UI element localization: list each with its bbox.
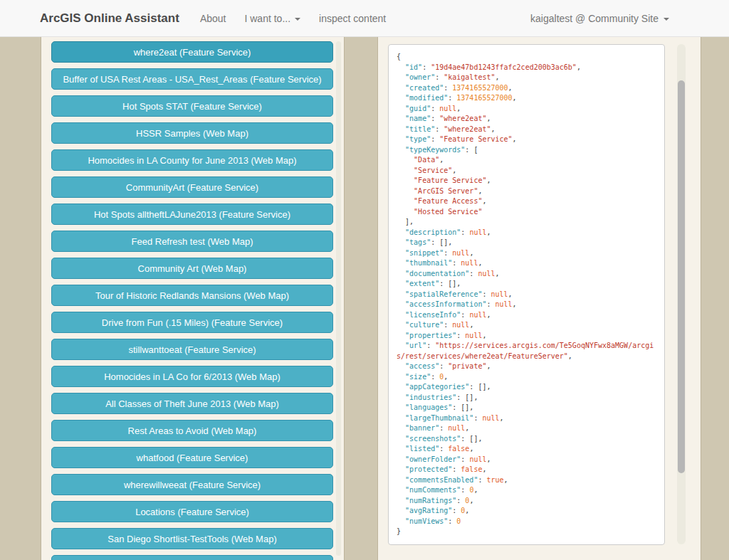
list-item[interactable]: wherewillweeat (Feature Service): [51, 474, 333, 495]
list-item[interactable]: Feed Refresh test (Web Map): [51, 231, 333, 252]
nav-link-label: I want to...: [244, 13, 290, 24]
list-item[interactable]: Hot Spots alltheftLAJune2013 (Feature Se…: [51, 204, 333, 225]
list-item[interactable]: Homocides in LA Co for 6/2013 (Web Map): [51, 366, 333, 387]
nav-i-want-to[interactable]: I want to...: [235, 13, 310, 24]
scrollbar-track[interactable]: [677, 44, 686, 544]
user-menu[interactable]: kaigaltest @ Community Site: [530, 13, 669, 24]
navbar: ArcGIS Online Assistant About I want to.…: [0, 0, 729, 37]
nav-links: About I want to... inspect content: [191, 13, 395, 24]
list-item[interactable]: whatfood (Feature Service): [51, 447, 333, 468]
list-item[interactable]: Hot Spots STAT (Feature Service): [51, 95, 333, 117]
left-scrollbar-track[interactable]: [336, 41, 341, 556]
caret-down-icon: [295, 18, 300, 21]
list-item[interactable]: San Diego Shortlist-TestTools (Web Map): [51, 528, 333, 549]
caret-down-icon: [664, 18, 669, 21]
list-item[interactable]: HSSR Samples (Web Map): [51, 122, 333, 144]
item-list: where2eat (Feature Service)Buffer of USA…: [51, 41, 333, 560]
list-item[interactable]: Buffer of USA Rest Areas - USA_Rest_Area…: [51, 68, 333, 90]
nav-about[interactable]: About: [191, 13, 236, 24]
nav-inspect-content[interactable]: inspect content: [310, 13, 395, 24]
json-panel: { "id": "19d4ae47bd1243ffafc2ced200b3ac6…: [388, 44, 665, 545]
json-code: { "id": "19d4ae47bd1243ffafc2ced200b3ac6…: [397, 53, 654, 535]
list-item[interactable]: stillwanttoeat (Feature Service): [51, 339, 333, 360]
user-menu-label: kaigaltest @ Community Site: [530, 13, 659, 24]
scrollbar-thumb[interactable]: [678, 80, 685, 473]
list-item[interactable]: Drive from Fun (.15 Miles) (Feature Serv…: [51, 312, 333, 333]
list-item[interactable]: Community Art (Web Map): [51, 258, 333, 279]
list-item[interactable]: CommunityArt (Feature Service): [51, 176, 333, 198]
app-brand[interactable]: ArcGIS Online Assistant: [40, 11, 179, 26]
json-content: { "id": "19d4ae47bd1243ffafc2ced200b3ac6…: [397, 52, 656, 537]
list-item[interactable]: where2eat (Feature Service): [51, 41, 333, 63]
list-item[interactable]: HSSR_samples (SD): [51, 555, 333, 560]
list-item[interactable]: All Classes of Theft June 2013 (Web Map): [51, 393, 333, 414]
list-item[interactable]: Homocides in LA County for June 2013 (We…: [51, 149, 333, 171]
list-item[interactable]: Locations (Feature Service): [51, 501, 333, 522]
list-item[interactable]: Rest Areas to Avoid (Web Map): [51, 420, 333, 441]
list-item[interactable]: Tour of Historic Redlands Mansions (Web …: [51, 285, 333, 306]
